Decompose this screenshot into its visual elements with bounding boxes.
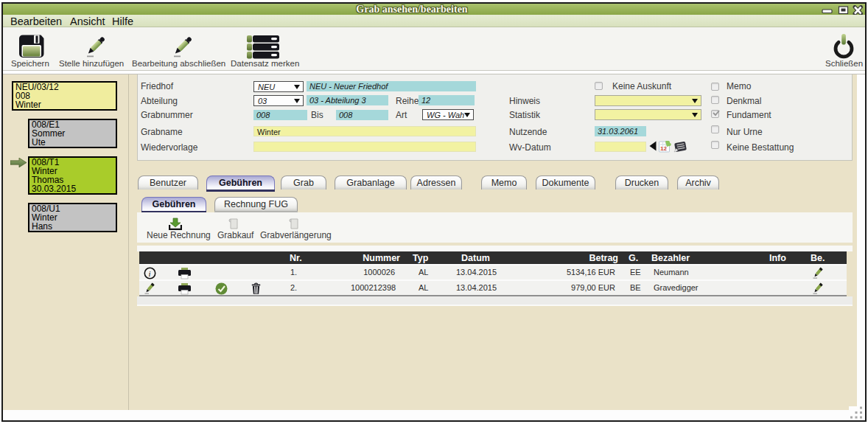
svg-text:i: i (149, 269, 151, 278)
svg-text:12: 12 (660, 145, 667, 152)
